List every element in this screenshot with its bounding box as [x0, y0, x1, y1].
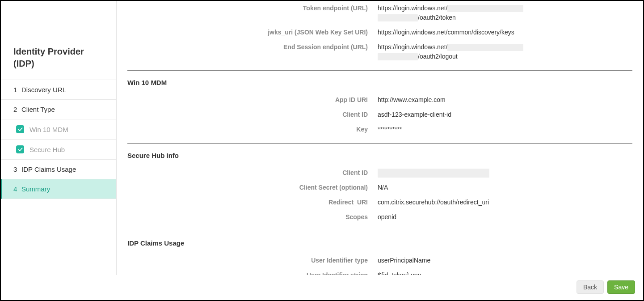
sidebar-item-summary[interactable]: 4 Summary: [1, 179, 116, 199]
row-uid-type: User Identifier type userPrincipalName: [127, 253, 632, 268]
section-title-claims: IDP Claims Usage: [127, 239, 632, 247]
field-value: http://www.example.com: [378, 95, 632, 105]
divider: [127, 231, 632, 231]
sidebar-item-label: Secure Hub: [29, 146, 65, 153]
row-token-endpoint: Token endpoint (URL) https://login.windo…: [127, 1, 632, 25]
sidebar: Identity Provider (IDP) 1 Discovery URL …: [1, 1, 117, 275]
sidebar-item-idp-claims[interactable]: 3 IDP Claims Usage: [1, 159, 116, 179]
field-label: User Identifier string: [127, 271, 378, 275]
field-value: userPrincipalName: [378, 256, 632, 265]
sidebar-item-label: IDP Claims Usage: [21, 165, 76, 173]
back-button[interactable]: Back: [577, 280, 604, 294]
field-value: https://login.windows.net/ /oauth2/token: [378, 4, 632, 22]
sidebar-item-win10-mdm[interactable]: Win 10 MDM: [1, 119, 116, 139]
row-end-session-endpoint: End Session endpoint (URL) https://login…: [127, 40, 632, 64]
url-suffix: /oauth2/token: [418, 14, 456, 21]
section-title-securehub: Secure Hub Info: [127, 152, 632, 159]
redacted-block: [378, 53, 418, 60]
field-label: Client ID: [127, 110, 378, 119]
field-value: asdf-123-example-client-id: [378, 110, 632, 119]
redacted-block: [378, 169, 489, 178]
redacted-block: [447, 44, 523, 51]
field-label: Scopes: [127, 212, 378, 222]
main-content: Token endpoint (URL) https://login.windo…: [117, 1, 643, 275]
sidebar-item-client-type[interactable]: 2 Client Type: [1, 99, 116, 119]
row-key: Key **********: [127, 122, 632, 137]
footer-buttons: Back Save: [1, 275, 643, 300]
field-value: N/A: [378, 183, 632, 192]
field-label: User Identifier type: [127, 256, 378, 265]
sidebar-item-label: Win 10 MDM: [29, 126, 68, 133]
sidebar-item-label: Client Type: [21, 106, 55, 113]
redacted-block: [447, 5, 523, 12]
step-number: 3: [13, 165, 21, 173]
sidebar-item-label: Discovery URL: [21, 86, 66, 93]
field-label: Key: [127, 125, 378, 134]
row-app-id-uri: App ID URI http://www.example.com: [127, 93, 632, 107]
field-value: [378, 168, 632, 178]
field-label: App ID URI: [127, 95, 378, 105]
save-button[interactable]: Save: [607, 280, 635, 294]
url-prefix: https://login.windows.net/: [378, 4, 447, 12]
field-value: https://login.windows.net/common/discove…: [378, 28, 632, 37]
row-redirect-uri: Redirect_URI com.citrix.securehub://oaut…: [127, 195, 632, 210]
url-prefix: https://login.windows.net/: [378, 43, 447, 51]
field-label: End Session endpoint (URL): [127, 42, 378, 52]
sidebar-item-secure-hub[interactable]: Secure Hub: [1, 139, 116, 159]
row-client-id-securehub: Client ID: [127, 165, 632, 180]
field-value: https://login.windows.net/ /oauth2/logou…: [378, 42, 632, 61]
row-scopes: Scopes openid: [127, 210, 632, 225]
redacted-block: [378, 14, 418, 21]
row-client-secret: Client Secret (optional) N/A: [127, 180, 632, 195]
field-value: **********: [378, 125, 632, 134]
field-label: Client ID: [127, 168, 378, 178]
step-number: 4: [13, 185, 21, 193]
section-title-win10: Win 10 MDM: [127, 79, 632, 86]
divider: [127, 70, 632, 71]
sidebar-item-label: Summary: [21, 185, 50, 193]
row-client-id-win10: Client ID asdf-123-example-client-id: [127, 107, 632, 122]
divider: [127, 143, 632, 144]
row-uid-string: User Identifier string ${id_token}.upn: [127, 268, 632, 275]
step-number: 2: [13, 106, 21, 113]
field-label: jwks_uri (JSON Web Key Set URI): [127, 28, 378, 37]
field-value: com.citrix.securehub://oauth/redirect_ur…: [378, 198, 632, 207]
check-icon: [16, 145, 24, 153]
row-jwks-uri: jwks_uri (JSON Web Key Set URI) https://…: [127, 25, 632, 40]
sidebar-item-discovery-url[interactable]: 1 Discovery URL: [1, 80, 116, 99]
field-label: Redirect_URI: [127, 198, 378, 207]
field-label: Token endpoint (URL): [127, 4, 378, 13]
url-suffix: /oauth2/logout: [418, 53, 458, 60]
field-label: Client Secret (optional): [127, 183, 378, 192]
step-number: 1: [13, 86, 21, 93]
field-value: openid: [378, 212, 632, 222]
sidebar-title: Identity Provider (IDP): [1, 46, 116, 80]
field-value: ${id_token}.upn: [378, 271, 632, 275]
check-icon: [16, 125, 24, 133]
